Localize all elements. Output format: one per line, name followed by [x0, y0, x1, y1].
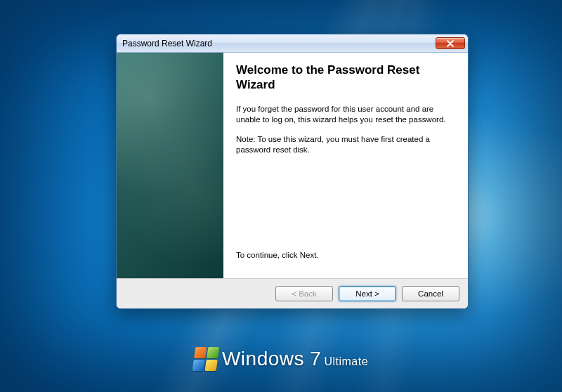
titlebar[interactable]: Password Reset Wizard [117, 34, 468, 53]
brand-version: 7 [310, 348, 321, 370]
os-brand-text: Windows 7Ultimate [222, 348, 368, 370]
window-title: Password Reset Wizard [122, 39, 436, 48]
windows-logo-icon [192, 347, 220, 371]
wizard-paragraph-2: Note: To use this wizard, you must have … [236, 134, 454, 156]
dialog-footer: < Back Next > Cancel [117, 279, 468, 308]
back-button: < Back [275, 286, 333, 301]
next-button[interactable]: Next > [339, 286, 396, 301]
wizard-continue-text: To continue, click Next. [236, 250, 454, 261]
wizard-paragraph-1: If you forget the password for this user… [236, 104, 454, 126]
password-reset-wizard-dialog: Password Reset Wizard Welcome to the Pas… [116, 34, 469, 309]
wizard-side-graphic [117, 53, 223, 278]
close-button[interactable] [436, 37, 465, 49]
cancel-button[interactable]: Cancel [402, 286, 459, 301]
brand-prefix: Windows [222, 348, 304, 370]
dialog-body: Welcome to the Password Reset Wizard If … [117, 53, 468, 279]
brand-edition: Ultimate [324, 355, 368, 367]
close-icon [447, 40, 454, 47]
wizard-heading: Welcome to the Password Reset Wizard [236, 63, 454, 93]
wizard-content: Welcome to the Password Reset Wizard If … [223, 53, 468, 278]
os-brand: Windows 7Ultimate [194, 347, 368, 371]
